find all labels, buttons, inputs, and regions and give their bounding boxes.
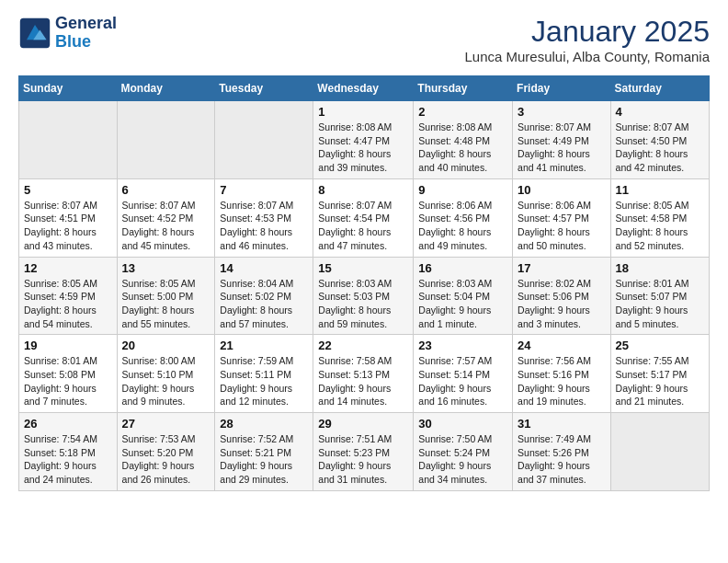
calendar-day-cell: 5Sunrise: 8:07 AM Sunset: 4:51 PM Daylig… bbox=[19, 178, 118, 257]
weekday-header-tuesday: Tuesday bbox=[215, 76, 313, 101]
day-number: 14 bbox=[220, 261, 308, 275]
calendar-day-cell: 14Sunrise: 8:04 AM Sunset: 5:02 PM Dayli… bbox=[215, 257, 313, 335]
day-number: 13 bbox=[122, 261, 210, 275]
calendar-week-row: 19Sunrise: 8:01 AM Sunset: 5:08 PM Dayli… bbox=[19, 335, 710, 413]
logo: General Blue bbox=[18, 15, 117, 52]
calendar-day-cell: 9Sunrise: 8:06 AM Sunset: 4:56 PM Daylig… bbox=[414, 178, 513, 257]
location-title: Lunca Muresului, Alba County, Romania bbox=[464, 49, 710, 64]
weekday-header-saturday: Saturday bbox=[610, 76, 709, 101]
day-info: Sunrise: 7:52 AM Sunset: 5:21 PM Dayligh… bbox=[220, 432, 308, 487]
day-number: 8 bbox=[318, 183, 408, 197]
day-number: 23 bbox=[418, 339, 507, 352]
calendar-day-cell: 10Sunrise: 8:06 AM Sunset: 4:57 PM Dayli… bbox=[513, 178, 611, 257]
day-number: 6 bbox=[122, 183, 210, 197]
day-info: Sunrise: 7:59 AM Sunset: 5:11 PM Dayligh… bbox=[220, 354, 308, 408]
day-number: 18 bbox=[616, 261, 704, 275]
calendar-day-cell bbox=[19, 101, 118, 179]
day-number: 10 bbox=[518, 183, 606, 197]
calendar-week-row: 26Sunrise: 7:54 AM Sunset: 5:18 PM Dayli… bbox=[19, 413, 710, 491]
calendar-day-cell: 8Sunrise: 8:07 AM Sunset: 4:54 PM Daylig… bbox=[313, 178, 414, 257]
calendar-day-cell: 3Sunrise: 8:07 AM Sunset: 4:49 PM Daylig… bbox=[513, 101, 611, 179]
title-block: January 2025 Lunca Muresului, Alba Count… bbox=[464, 15, 710, 64]
day-info: Sunrise: 8:04 AM Sunset: 5:02 PM Dayligh… bbox=[220, 277, 308, 331]
day-info: Sunrise: 8:05 AM Sunset: 5:00 PM Dayligh… bbox=[122, 277, 210, 331]
calendar-day-cell: 12Sunrise: 8:05 AM Sunset: 4:59 PM Dayli… bbox=[19, 257, 118, 335]
calendar-day-cell: 1Sunrise: 8:08 AM Sunset: 4:47 PM Daylig… bbox=[313, 101, 414, 179]
day-info: Sunrise: 8:05 AM Sunset: 4:59 PM Dayligh… bbox=[24, 277, 112, 331]
day-info: Sunrise: 7:54 AM Sunset: 5:18 PM Dayligh… bbox=[24, 432, 112, 487]
day-info: Sunrise: 8:07 AM Sunset: 4:53 PM Dayligh… bbox=[220, 199, 308, 253]
day-info: Sunrise: 8:08 AM Sunset: 4:48 PM Dayligh… bbox=[418, 121, 507, 175]
day-number: 19 bbox=[24, 339, 112, 352]
day-number: 2 bbox=[418, 105, 507, 119]
calendar-week-row: 5Sunrise: 8:07 AM Sunset: 4:51 PM Daylig… bbox=[19, 178, 710, 257]
calendar-day-cell: 22Sunrise: 7:58 AM Sunset: 5:13 PM Dayli… bbox=[313, 335, 414, 413]
calendar-table: SundayMondayTuesdayWednesdayThursdayFrid… bbox=[18, 75, 710, 491]
calendar-day-cell: 13Sunrise: 8:05 AM Sunset: 5:00 PM Dayli… bbox=[117, 257, 215, 335]
day-info: Sunrise: 7:53 AM Sunset: 5:20 PM Dayligh… bbox=[122, 432, 210, 487]
day-info: Sunrise: 8:03 AM Sunset: 5:03 PM Dayligh… bbox=[318, 277, 408, 331]
day-number: 5 bbox=[24, 183, 112, 197]
day-info: Sunrise: 8:01 AM Sunset: 5:08 PM Dayligh… bbox=[24, 354, 112, 408]
calendar-week-row: 12Sunrise: 8:05 AM Sunset: 4:59 PM Dayli… bbox=[19, 257, 710, 335]
calendar-day-cell: 17Sunrise: 8:02 AM Sunset: 5:06 PM Dayli… bbox=[513, 257, 611, 335]
day-number: 4 bbox=[616, 105, 704, 119]
day-number: 22 bbox=[318, 339, 408, 352]
calendar-day-cell bbox=[215, 101, 313, 179]
calendar-day-cell: 31Sunrise: 7:49 AM Sunset: 5:26 PM Dayli… bbox=[513, 413, 611, 491]
calendar-day-cell bbox=[117, 101, 215, 179]
day-number: 28 bbox=[220, 417, 308, 431]
day-info: Sunrise: 8:07 AM Sunset: 4:54 PM Dayligh… bbox=[318, 199, 408, 253]
page-container: General Blue January 2025 Lunca Muresulu… bbox=[0, 0, 728, 506]
calendar-day-cell: 30Sunrise: 7:50 AM Sunset: 5:24 PM Dayli… bbox=[414, 413, 513, 491]
weekday-header-monday: Monday bbox=[117, 76, 215, 101]
day-info: Sunrise: 8:08 AM Sunset: 4:47 PM Dayligh… bbox=[318, 121, 408, 175]
calendar-day-cell: 27Sunrise: 7:53 AM Sunset: 5:20 PM Dayli… bbox=[117, 413, 215, 491]
day-info: Sunrise: 7:51 AM Sunset: 5:23 PM Dayligh… bbox=[318, 432, 408, 487]
day-info: Sunrise: 7:50 AM Sunset: 5:24 PM Dayligh… bbox=[418, 432, 507, 487]
calendar-day-cell: 16Sunrise: 8:03 AM Sunset: 5:04 PM Dayli… bbox=[414, 257, 513, 335]
calendar-day-cell: 4Sunrise: 8:07 AM Sunset: 4:50 PM Daylig… bbox=[610, 101, 709, 179]
calendar-day-cell: 21Sunrise: 7:59 AM Sunset: 5:11 PM Dayli… bbox=[215, 335, 313, 413]
calendar-day-cell: 29Sunrise: 7:51 AM Sunset: 5:23 PM Dayli… bbox=[313, 413, 414, 491]
day-number: 16 bbox=[418, 261, 507, 275]
day-info: Sunrise: 7:56 AM Sunset: 5:16 PM Dayligh… bbox=[518, 354, 606, 408]
weekday-header-wednesday: Wednesday bbox=[313, 76, 414, 101]
calendar-day-cell: 6Sunrise: 8:07 AM Sunset: 4:52 PM Daylig… bbox=[117, 178, 215, 257]
day-info: Sunrise: 8:01 AM Sunset: 5:07 PM Dayligh… bbox=[616, 277, 704, 331]
calendar-day-cell: 7Sunrise: 8:07 AM Sunset: 4:53 PM Daylig… bbox=[215, 178, 313, 257]
day-info: Sunrise: 8:07 AM Sunset: 4:49 PM Dayligh… bbox=[518, 121, 606, 175]
calendar-day-cell: 20Sunrise: 8:00 AM Sunset: 5:10 PM Dayli… bbox=[117, 335, 215, 413]
day-info: Sunrise: 7:55 AM Sunset: 5:17 PM Dayligh… bbox=[616, 354, 704, 408]
day-info: Sunrise: 8:07 AM Sunset: 4:51 PM Dayligh… bbox=[24, 199, 112, 253]
calendar-week-row: 1Sunrise: 8:08 AM Sunset: 4:47 PM Daylig… bbox=[19, 101, 710, 179]
day-info: Sunrise: 8:02 AM Sunset: 5:06 PM Dayligh… bbox=[518, 277, 606, 331]
logo-text: General Blue bbox=[55, 15, 117, 52]
day-info: Sunrise: 8:06 AM Sunset: 4:57 PM Dayligh… bbox=[518, 199, 606, 253]
calendar-day-cell: 11Sunrise: 8:05 AM Sunset: 4:58 PM Dayli… bbox=[610, 178, 709, 257]
day-number: 26 bbox=[24, 417, 112, 431]
day-info: Sunrise: 8:07 AM Sunset: 4:50 PM Dayligh… bbox=[616, 121, 704, 175]
day-number: 21 bbox=[220, 339, 308, 352]
day-info: Sunrise: 8:03 AM Sunset: 5:04 PM Dayligh… bbox=[418, 277, 507, 331]
calendar-day-cell: 2Sunrise: 8:08 AM Sunset: 4:48 PM Daylig… bbox=[414, 101, 513, 179]
day-number: 3 bbox=[518, 105, 606, 119]
day-number: 7 bbox=[220, 183, 308, 197]
header: General Blue January 2025 Lunca Muresulu… bbox=[18, 15, 710, 64]
day-number: 27 bbox=[122, 417, 210, 431]
day-info: Sunrise: 7:49 AM Sunset: 5:26 PM Dayligh… bbox=[518, 432, 606, 487]
day-number: 15 bbox=[318, 261, 408, 275]
day-number: 12 bbox=[24, 261, 112, 275]
calendar-day-cell bbox=[610, 413, 709, 491]
day-number: 20 bbox=[122, 339, 210, 352]
calendar-day-cell: 24Sunrise: 7:56 AM Sunset: 5:16 PM Dayli… bbox=[513, 335, 611, 413]
calendar-header-row: SundayMondayTuesdayWednesdayThursdayFrid… bbox=[19, 76, 710, 101]
calendar-day-cell: 26Sunrise: 7:54 AM Sunset: 5:18 PM Dayli… bbox=[19, 413, 118, 491]
day-info: Sunrise: 7:58 AM Sunset: 5:13 PM Dayligh… bbox=[318, 354, 408, 408]
day-number: 25 bbox=[616, 339, 704, 352]
day-info: Sunrise: 8:06 AM Sunset: 4:56 PM Dayligh… bbox=[418, 199, 507, 253]
day-number: 1 bbox=[318, 105, 408, 119]
day-info: Sunrise: 7:57 AM Sunset: 5:14 PM Dayligh… bbox=[418, 354, 507, 408]
day-number: 17 bbox=[518, 261, 606, 275]
calendar-day-cell: 15Sunrise: 8:03 AM Sunset: 5:03 PM Dayli… bbox=[313, 257, 414, 335]
